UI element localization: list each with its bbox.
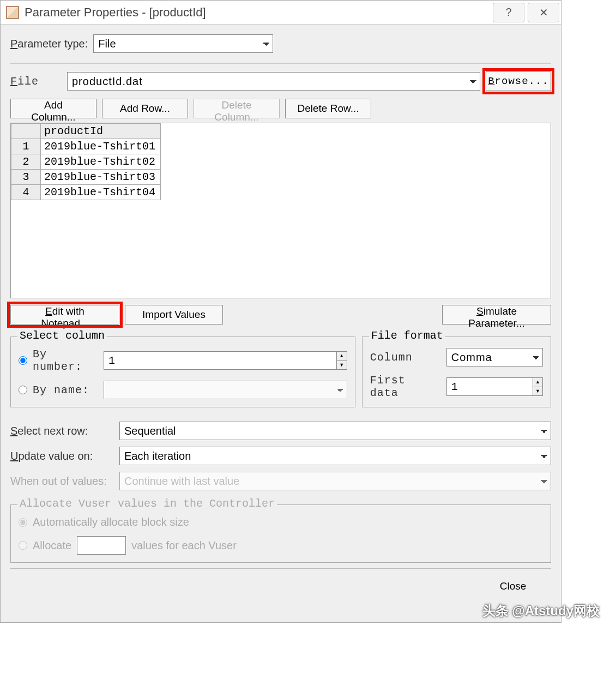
auto-allocate-label: Automatically allocate block size (33, 516, 189, 528)
allocate-label: Allocate (33, 539, 71, 552)
grid-corner (11, 124, 41, 139)
cell-value[interactable]: 2019blue-Tshirt01 (41, 139, 161, 154)
window-title: Parameter Properties - [productId] (25, 5, 491, 20)
help-button[interactable]: ? (493, 3, 524, 22)
spin-down-icon[interactable]: ▼ (533, 387, 542, 396)
by-name-label: By name: (33, 384, 98, 396)
file-format-group: File format Column Comma First data ▲▼ (362, 337, 551, 407)
add-row-button[interactable]: Add Row... (102, 99, 188, 118)
select-column-group: Select column By number: ▲▼ By name: (10, 337, 355, 407)
spin-up-icon[interactable]: ▲ (533, 378, 542, 387)
data-grid[interactable]: productId 12019blue-Tshirt0122019blue-Ts… (10, 123, 551, 298)
by-name-radio[interactable] (19, 386, 27, 394)
first-data-spinner[interactable]: ▲▼ (446, 377, 543, 396)
select-next-row-label: Select next row: (10, 425, 114, 437)
allocate-count-input (77, 536, 126, 555)
row-header: 2 (11, 154, 41, 170)
by-number-input[interactable] (104, 351, 337, 370)
first-data-input[interactable] (446, 377, 533, 396)
close-icon: ✕ (539, 6, 548, 19)
titlebar: Parameter Properties - [productId] ? ✕ (1, 1, 561, 25)
row-header: 1 (11, 139, 41, 154)
values-each-label: values for each Vuser (131, 539, 237, 552)
table-row[interactable]: 22019blue-Tshirt02 (11, 154, 161, 170)
select-next-row-select[interactable]: Sequential (119, 422, 551, 440)
by-number-label: By number: (33, 348, 98, 373)
when-out-of-values-select: Continue with last value (119, 472, 551, 490)
cell-value[interactable]: 2019blue-Tshirt03 (41, 170, 161, 185)
allocate-count-radio (19, 541, 27, 550)
cell-value[interactable]: 2019blue-Tshirt04 (41, 185, 161, 200)
parameter-type-label: Parameter type: (10, 38, 88, 50)
app-icon (6, 6, 19, 19)
first-data-label: First data (370, 374, 441, 399)
delete-row-button[interactable]: Delete Row... (285, 99, 371, 118)
row-header: 4 (11, 185, 41, 200)
add-column-button[interactable]: Add Column... (10, 99, 96, 118)
table-row[interactable]: 12019blue-Tshirt01 (11, 139, 161, 154)
dialog-window: Parameter Properties - [productId] ? ✕ P… (0, 0, 561, 623)
by-number-radio[interactable] (19, 356, 27, 365)
cell-value[interactable]: 2019blue-Tshirt02 (41, 154, 161, 170)
when-out-of-values-label: When out of values: (10, 475, 114, 488)
select-column-legend: Select column (17, 329, 107, 342)
edit-with-notepad-button[interactable]: Edit with Notepad... (10, 305, 119, 325)
spin-up-icon[interactable]: ▲ (337, 352, 347, 361)
file-path-select[interactable]: productId.dat (67, 72, 480, 91)
close-window-button[interactable]: ✕ (528, 3, 559, 22)
help-icon: ? (505, 6, 511, 19)
allocate-vuser-group: Allocate Vuser values in the Controller … (10, 504, 551, 563)
parameter-type-select[interactable]: File (93, 34, 273, 53)
by-name-select (104, 381, 347, 399)
column-delimiter-label: Column (370, 351, 441, 364)
simulate-parameter-button[interactable]: Simulate Parameter... (442, 305, 551, 325)
table-row[interactable]: 42019blue-Tshirt04 (11, 185, 161, 200)
row-header: 3 (11, 170, 41, 185)
allocate-legend: Allocate Vuser values in the Controller (17, 497, 277, 510)
grid-column-header[interactable]: productId (41, 124, 161, 139)
table-row[interactable]: 32019blue-Tshirt03 (11, 170, 161, 185)
column-delimiter-select[interactable]: Comma (446, 348, 543, 366)
browse-button[interactable]: Browse... (486, 71, 551, 91)
file-label: File (10, 75, 62, 88)
update-value-on-label: Update value on: (10, 450, 114, 462)
update-value-on-select[interactable]: Each iteration (119, 447, 551, 465)
by-number-spinner[interactable]: ▲▼ (104, 351, 347, 370)
import-values-button[interactable]: Import Values (125, 305, 223, 325)
close-button[interactable]: Close (486, 576, 540, 596)
delete-column-button: Delete Column... (194, 99, 280, 118)
auto-allocate-radio (19, 518, 27, 527)
file-format-legend: File format (369, 329, 445, 342)
spin-down-icon[interactable]: ▼ (337, 361, 347, 370)
